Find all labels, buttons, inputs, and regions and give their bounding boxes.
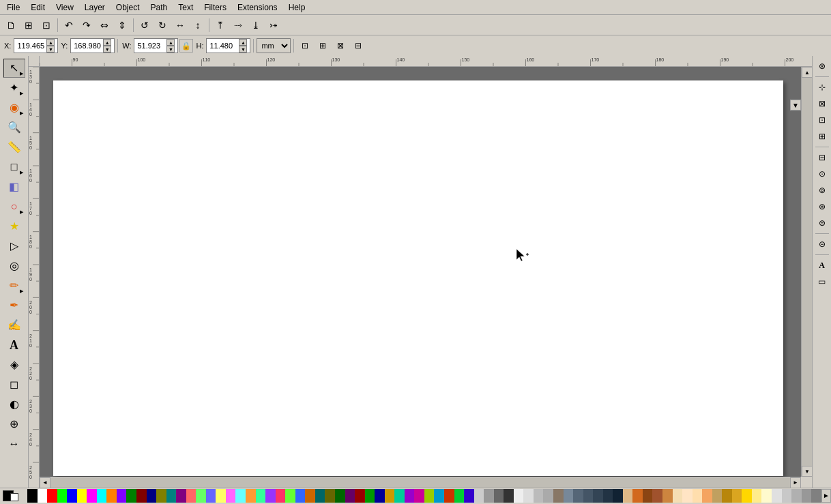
- color-swatch-66[interactable]: [682, 489, 692, 503]
- vertical-scrollbar[interactable]: ▲ ▼: [801, 67, 812, 477]
- h-spin-up[interactable]: ▲: [239, 39, 247, 46]
- canvas-scroll-area[interactable]: [40, 67, 812, 488]
- color-swatch-59[interactable]: [613, 489, 623, 503]
- color-swatch-52[interactable]: [543, 489, 553, 503]
- color-swatch-29[interactable]: [315, 489, 325, 503]
- color-swatch-71[interactable]: [732, 489, 742, 503]
- color-swatch-37[interactable]: [394, 489, 405, 503]
- x-spin-down[interactable]: ▼: [46, 46, 55, 53]
- tool-spiral[interactable]: ◎: [3, 256, 25, 276]
- color-swatch-20[interactable]: [226, 489, 236, 503]
- toolbar-btn-open-display[interactable]: ⊡: [38, 17, 55, 33]
- w-spin-up[interactable]: ▲: [166, 39, 175, 46]
- color-swatch-43[interactable]: [454, 489, 465, 503]
- toolbar-btn-sym2[interactable]: ⇕: [114, 17, 130, 33]
- rt-btn-snap-main[interactable]: ⊛: [815, 59, 830, 74]
- tool-fill[interactable]: ◐: [3, 395, 25, 414]
- toolbar-btn-new[interactable]: 🗋: [3, 17, 19, 33]
- color-swatch-42[interactable]: [444, 489, 454, 503]
- color-swatch-9[interactable]: [117, 489, 127, 503]
- menu-item-text[interactable]: Text: [174, 1, 197, 14]
- toolbar-btn-flip-v[interactable]: ↕: [190, 17, 206, 33]
- align-btn-3[interactable]: ⊠: [332, 38, 349, 54]
- color-swatch-4[interactable]: [67, 489, 77, 503]
- rt-btn-snap7[interactable]: ⊙: [815, 166, 830, 181]
- color-swatch-51[interactable]: [534, 489, 544, 503]
- color-swatch-50[interactable]: [523, 489, 534, 503]
- color-swatch-40[interactable]: [424, 489, 435, 503]
- menu-item-filters[interactable]: Filters: [200, 1, 231, 14]
- color-swatch-44[interactable]: [464, 489, 474, 503]
- rt-btn-snap2[interactable]: ⊹: [815, 80, 830, 95]
- color-swatch-22[interactable]: [246, 489, 256, 503]
- color-swatch-1[interactable]: [38, 489, 48, 503]
- color-swatch-19[interactable]: [216, 489, 226, 503]
- color-swatch-79[interactable]: [811, 489, 821, 503]
- y-spin-down[interactable]: ▼: [103, 46, 111, 53]
- h-value[interactable]: 11.480: [209, 42, 239, 50]
- color-swatch-8[interactable]: [106, 489, 117, 503]
- tool-measure[interactable]: 📏: [3, 138, 25, 157]
- color-swatch-26[interactable]: [285, 489, 295, 503]
- toolbar-btn-open-templates[interactable]: ⊞: [20, 17, 37, 33]
- color-swatch-54[interactable]: [564, 489, 574, 503]
- color-swatch-14[interactable]: [166, 489, 177, 503]
- toolbar-btn-bottom[interactable]: ⤐: [265, 17, 282, 33]
- tool-text[interactable]: A: [3, 336, 25, 355]
- vscroll-up-button[interactable]: ▲: [802, 67, 812, 78]
- align-btn-4[interactable]: ⊟: [350, 38, 366, 54]
- tool-eyedropper[interactable]: ⊕: [3, 415, 25, 434]
- tool-zoom[interactable]: 🔍: [3, 118, 25, 137]
- w-value[interactable]: 51.923: [137, 42, 166, 50]
- color-swatch-34[interactable]: [365, 489, 375, 503]
- align-btn-1[interactable]: ⊡: [297, 38, 313, 54]
- toolbar-btn-flip-h[interactable]: ↔: [172, 17, 188, 33]
- color-swatch-31[interactable]: [335, 489, 345, 503]
- color-swatch-47[interactable]: [494, 489, 504, 503]
- color-swatch-0[interactable]: [27, 489, 38, 503]
- color-swatch-57[interactable]: [593, 489, 603, 503]
- unit-selector[interactable]: mm px cm in pt: [257, 38, 291, 53]
- y-value[interactable]: 168.980: [74, 42, 103, 50]
- menu-item-path[interactable]: Path: [147, 1, 172, 14]
- rt-btn-snap9[interactable]: ⊛: [815, 199, 830, 214]
- color-swatch-45[interactable]: [474, 489, 484, 503]
- color-swatch-74[interactable]: [761, 489, 772, 503]
- color-swatch-33[interactable]: [355, 489, 365, 503]
- color-swatch-36[interactable]: [385, 489, 395, 503]
- color-swatch-16[interactable]: [186, 489, 196, 503]
- color-swatch-35[interactable]: [375, 489, 385, 503]
- color-swatch-70[interactable]: [722, 489, 732, 503]
- color-swatch-17[interactable]: [196, 489, 206, 503]
- color-swatch-64[interactable]: [662, 489, 673, 503]
- color-swatch-60[interactable]: [623, 489, 633, 503]
- h-spin-down[interactable]: ▼: [239, 46, 247, 53]
- color-swatch-11[interactable]: [136, 489, 147, 503]
- y-spin-up[interactable]: ▲: [103, 39, 111, 46]
- tool-move[interactable]: ↔: [3, 434, 25, 454]
- rt-btn-snap4[interactable]: ⊡: [815, 113, 830, 128]
- color-swatch-41[interactable]: [434, 489, 444, 503]
- toolbar-btn-raise[interactable]: ⤑: [230, 17, 246, 33]
- color-swatch-72[interactable]: [742, 489, 752, 503]
- rt-btn-snap11[interactable]: ⊝: [815, 237, 830, 252]
- color-swatch-5[interactable]: [77, 489, 87, 503]
- color-swatch-32[interactable]: [345, 489, 355, 503]
- color-swatch-73[interactable]: [752, 489, 762, 503]
- color-swatch-65[interactable]: [673, 489, 683, 503]
- menu-item-edit[interactable]: Edit: [27, 1, 49, 14]
- color-swatch-67[interactable]: [692, 489, 703, 503]
- vscroll-track[interactable]: [802, 78, 812, 466]
- color-swatch-39[interactable]: [414, 489, 424, 503]
- toolbar-btn-rotate-ccw[interactable]: ↺: [136, 17, 153, 33]
- color-swatch-78[interactable]: [802, 489, 812, 503]
- rt-btn-snap5[interactable]: ⊞: [815, 129, 830, 144]
- tool-pencil[interactable]: ▶✏: [3, 276, 25, 295]
- color-swatch-48[interactable]: [504, 489, 514, 503]
- menu-item-layer[interactable]: Layer: [81, 1, 109, 14]
- color-swatch-77[interactable]: [791, 489, 802, 503]
- snap-toggle-button[interactable]: ▼: [790, 100, 801, 110]
- hscroll-left-button[interactable]: ◄: [40, 477, 50, 488]
- lock-proportions-button[interactable]: 🔒: [179, 39, 193, 53]
- rt-btn-snap-rect[interactable]: ▭: [815, 274, 830, 289]
